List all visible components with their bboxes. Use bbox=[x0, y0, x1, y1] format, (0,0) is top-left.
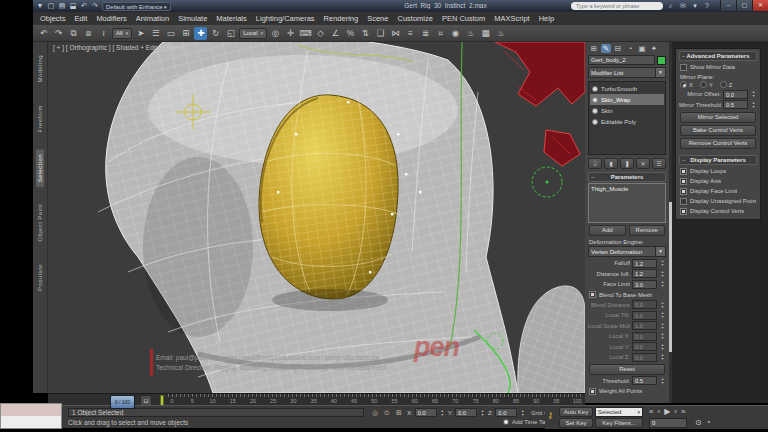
keyboard-override-icon[interactable]: ⌨ bbox=[299, 27, 312, 40]
play-icon[interactable]: ▶ bbox=[664, 407, 670, 417]
angle-snap-icon[interactable]: ∠ bbox=[329, 27, 342, 40]
spinner-arrows-icon[interactable]: ▴ ▾ bbox=[659, 270, 666, 278]
remove-button[interactable]: Remove bbox=[629, 225, 666, 236]
param-value-field[interactable]: 0.0 bbox=[632, 311, 657, 320]
modifier-visibility-icon[interactable] bbox=[592, 86, 598, 92]
close-button[interactable]: ✕ bbox=[752, 0, 768, 11]
spinner-arrows-icon[interactable]: ▴ ▾ bbox=[519, 409, 526, 417]
ribbon-tab-selection[interactable]: Selection bbox=[36, 149, 44, 187]
checkbox-display-control-verts[interactable]: Display Control Verts bbox=[676, 206, 760, 216]
modifier-list-dropdown[interactable]: Modifier List ▼ bbox=[588, 67, 666, 78]
key-mode-toggle-icon[interactable]: ⊙ bbox=[695, 418, 702, 428]
select-and-scale-icon[interactable]: ◱ bbox=[224, 27, 237, 40]
key-mode-dropdown[interactable]: Selected bbox=[595, 407, 643, 417]
checkbox-display-unassigned-points[interactable]: Display Unassigned Points bbox=[676, 196, 760, 206]
previous-frame-icon[interactable]: ‹ bbox=[657, 407, 660, 417]
sign-in-icon[interactable]: ▾ bbox=[691, 1, 699, 11]
param-value-field[interactable]: 0.0 bbox=[723, 90, 748, 99]
reset-button[interactable]: Reset bbox=[589, 364, 665, 375]
selection-filter-dropdown[interactable]: All▾ bbox=[112, 28, 132, 39]
track-bar[interactable]: 0 / 100 ⊡ 051015202530354045505560657075… bbox=[48, 393, 585, 405]
parameters-rollout-header[interactable]: Parameters bbox=[588, 172, 666, 182]
param-value-field[interactable]: 1.0 bbox=[632, 321, 657, 330]
param-value-field[interactable]: 1.2 bbox=[632, 269, 657, 278]
remove-modifier-icon[interactable]: ✕ bbox=[636, 158, 650, 169]
ribbon-tab-modeling[interactable]: Modeling bbox=[36, 50, 44, 88]
current-frame-field[interactable]: 0 bbox=[649, 418, 687, 428]
object-name-field[interactable]: Gert_body_2 bbox=[588, 55, 655, 65]
modifier-visibility-icon[interactable] bbox=[592, 108, 598, 114]
command-panel-scrollbar[interactable] bbox=[669, 42, 672, 403]
next-frame-icon[interactable]: › bbox=[674, 407, 677, 417]
select-and-rotate-icon[interactable]: ↻ bbox=[209, 27, 222, 40]
viewport-label[interactable]: [ + ] [ Orthographic ] [ Shaded + Edged … bbox=[53, 44, 188, 51]
align-icon[interactable]: ≡ bbox=[404, 27, 417, 40]
render-icon[interactable]: ♨ bbox=[494, 27, 507, 40]
spinner-arrows-icon[interactable]: ▴ ▾ bbox=[750, 90, 757, 98]
radio-dot[interactable] bbox=[720, 81, 727, 88]
checkbox-display-axis[interactable]: Display Axis bbox=[676, 176, 760, 186]
menu-customize[interactable]: Customize bbox=[397, 14, 432, 23]
param-value-field[interactable]: 0.0 bbox=[632, 332, 657, 341]
menu-modifiers[interactable]: Modifiers bbox=[96, 14, 126, 23]
set-key-button[interactable]: Set Key bbox=[559, 418, 593, 428]
key-filters-button[interactable]: Key Filters... bbox=[595, 418, 643, 428]
tab-utilities[interactable]: ✦ bbox=[649, 44, 659, 53]
radio-dot[interactable] bbox=[700, 81, 707, 88]
button-bake-control-verts[interactable]: Bake Control Verts bbox=[680, 125, 756, 136]
checkbox-box[interactable] bbox=[680, 188, 687, 195]
auto-key-button[interactable]: Auto Key bbox=[559, 407, 593, 417]
communication-center-icon[interactable]: ✉ bbox=[679, 1, 687, 11]
tab-create[interactable]: ⊞ bbox=[589, 44, 599, 53]
rendered-frame-icon[interactable]: ▦ bbox=[479, 27, 492, 40]
minimize-button[interactable]: – bbox=[720, 0, 736, 11]
menu-maxscript[interactable]: MAXScript bbox=[494, 14, 529, 23]
ribbon-tab-populate[interactable]: Populate bbox=[36, 259, 44, 296]
redo-icon[interactable]: ↷ bbox=[52, 27, 65, 40]
advanced-parameters-rollout-header[interactable]: Advanced Parameters bbox=[679, 51, 757, 61]
add-time-tag[interactable]: Add Time Tag bbox=[503, 419, 549, 425]
application-menu-icon[interactable]: ▼ bbox=[36, 1, 44, 11]
select-by-name-icon[interactable]: ☰ bbox=[149, 27, 162, 40]
menu-rendering[interactable]: Rendering bbox=[324, 14, 359, 23]
absolute-mode-icon[interactable]: ⊞ bbox=[395, 408, 403, 418]
save-file-icon[interactable]: ⬓ bbox=[69, 1, 77, 11]
coordinate-system-dropdown[interactable]: Local▾ bbox=[239, 28, 267, 39]
checkbox-box[interactable] bbox=[589, 388, 596, 395]
spinner-arrows-icon[interactable]: ▴ ▾ bbox=[439, 409, 446, 417]
checkbox-weight-all-points[interactable]: Weight All Points bbox=[585, 386, 669, 396]
menu-pen-custom[interactable]: PEN Custom bbox=[442, 14, 485, 23]
select-and-link-icon[interactable]: ⧉ bbox=[67, 27, 80, 40]
checkbox-box[interactable] bbox=[680, 64, 687, 71]
wrap-objects-list[interactable]: Thigh_Muscle bbox=[588, 183, 666, 223]
tab-modify[interactable]: ✎ bbox=[601, 44, 611, 53]
tab-motion[interactable]: ◔ bbox=[625, 44, 635, 53]
add-button[interactable]: Add bbox=[589, 225, 626, 236]
param-value-field[interactable]: 0.5 bbox=[632, 376, 657, 385]
modifier-visibility-icon[interactable] bbox=[592, 119, 598, 125]
undo-icon[interactable]: ↶ bbox=[37, 27, 50, 40]
maxscript-mini-listener[interactable] bbox=[0, 403, 62, 429]
modifier-visibility-icon[interactable] bbox=[592, 97, 598, 103]
tab-display[interactable]: ▣ bbox=[637, 44, 647, 53]
scrollbar-thumb[interactable] bbox=[669, 202, 672, 352]
select-object-icon[interactable]: ➤ bbox=[134, 27, 147, 40]
button-mirror-selected[interactable]: Mirror Selected bbox=[680, 112, 756, 123]
select-and-move-icon[interactable]: ✚ bbox=[194, 27, 207, 40]
checkbox-box[interactable] bbox=[680, 168, 687, 175]
ribbon-tab-object-paint[interactable]: Object Paint bbox=[36, 199, 44, 246]
window-crossing-icon[interactable]: ⊞ bbox=[179, 27, 192, 40]
new-scene-icon[interactable]: ▢ bbox=[47, 1, 55, 11]
menu-materials[interactable]: Materials bbox=[216, 14, 246, 23]
layer-manager-icon[interactable]: ≣ bbox=[419, 27, 432, 40]
spinner-arrows-icon[interactable]: ▴ ▾ bbox=[659, 280, 666, 288]
menu-help[interactable]: Help bbox=[539, 14, 554, 23]
checkbox-box[interactable] bbox=[680, 198, 687, 205]
menu-objects[interactable]: Objects bbox=[40, 14, 65, 23]
spinner-arrows-icon[interactable]: ▴ ▾ bbox=[659, 301, 666, 309]
search-icon[interactable]: ⌕ bbox=[667, 1, 675, 11]
display-parameters-rollout-header[interactable]: Display Parameters bbox=[679, 155, 757, 165]
go-to-start-icon[interactable]: « bbox=[649, 407, 653, 417]
radio-dot[interactable] bbox=[680, 81, 687, 88]
menu-scene[interactable]: Scene bbox=[367, 14, 388, 23]
